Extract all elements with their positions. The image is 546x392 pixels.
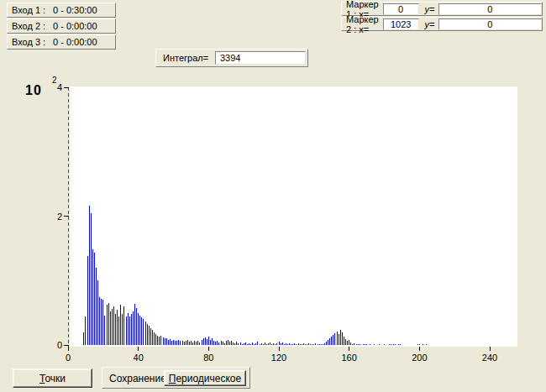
points-button[interactable]: Точки — [13, 368, 92, 388]
periodic-button-label: ериодическое — [176, 373, 241, 384]
x-tick-label: 40 — [134, 353, 144, 363]
x-tick-label: 240 — [482, 353, 497, 363]
app-window: { "inputs": [ { "label": "Вход 1 :", "va… — [0, 0, 546, 392]
saving-panel: Сохранение Периодическое — [102, 367, 250, 389]
x-tick-label: 80 — [203, 353, 213, 363]
y-tick-label: 4 — [57, 82, 62, 92]
histogram-bars — [84, 206, 427, 345]
x-tick-label: 160 — [341, 353, 356, 363]
points-button-label: очки — [45, 373, 66, 384]
chart: 04080120160200240024 — [0, 0, 546, 392]
y-tick-label: 2 — [57, 212, 62, 222]
saving-label: Сохранение — [109, 373, 166, 384]
x-tick-label: 120 — [271, 353, 286, 363]
periodic-button[interactable]: Периодическое — [164, 370, 246, 386]
x-tick-label: 0 — [66, 353, 71, 363]
x-tick-label: 200 — [412, 353, 427, 363]
y-tick-label: 0 — [57, 340, 62, 350]
